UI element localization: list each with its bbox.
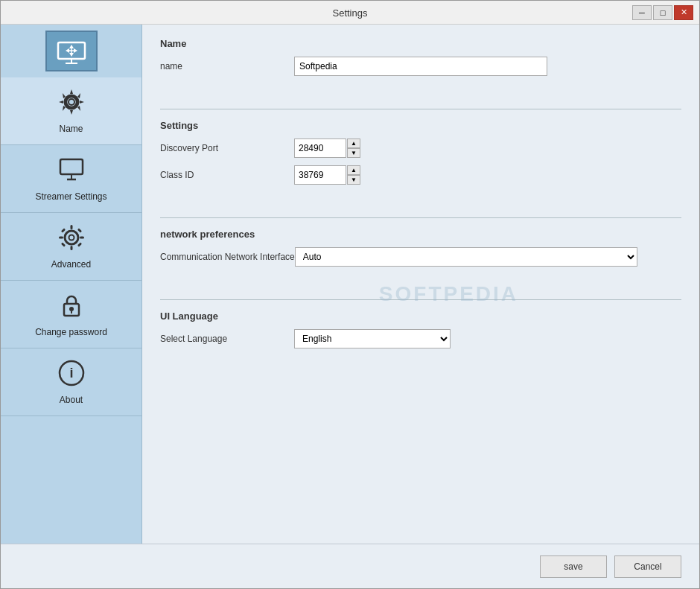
svg-rect-28 <box>77 242 81 246</box>
gear-icon <box>57 88 86 121</box>
sidebar-item-about[interactable]: i About <box>1 348 141 416</box>
comm-network-row: Communication Network Interface Auto eth… <box>160 247 681 267</box>
class-id-spinner: ▲ ▼ <box>294 165 360 185</box>
sidebar-item-change-password-label: Change password <box>35 327 107 337</box>
class-id-down[interactable]: ▼ <box>347 175 360 185</box>
svg-text:i: i <box>69 366 73 381</box>
discovery-port-down[interactable]: ▼ <box>347 148 360 158</box>
name-section: Name name <box>160 38 681 83</box>
language-row: Select Language English French German Sp… <box>160 329 681 348</box>
svg-marker-6 <box>69 45 74 48</box>
ui-language-section: UI Language Select Language English Fren… <box>160 311 681 356</box>
sidebar-item-streamer-label: Streamer Settings <box>35 191 106 202</box>
close-button[interactable]: ✕ <box>674 5 693 20</box>
svg-point-13 <box>69 100 74 104</box>
svg-marker-9 <box>74 48 77 53</box>
class-id-spinner-buttons: ▲ ▼ <box>347 165 360 185</box>
window-title: Settings <box>333 7 368 19</box>
settings-section: Settings Discovery Port ▲ ▼ Class ID <box>160 120 681 192</box>
sidebar-logo <box>45 31 98 71</box>
svg-rect-23 <box>59 237 63 239</box>
discovery-port-label: Discovery Port <box>160 143 294 153</box>
minimize-button[interactable]: ─ <box>632 5 652 20</box>
svg-marker-7 <box>69 53 74 57</box>
cancel-button[interactable]: Cancel <box>614 555 681 578</box>
name-field-row: name <box>160 57 681 76</box>
class-id-row: Class ID ▲ ▼ <box>160 165 681 185</box>
svg-rect-27 <box>60 242 65 246</box>
main-panel: SOFTPEDIA Name name Settings Discovery P… <box>142 25 699 544</box>
svg-rect-24 <box>80 237 84 239</box>
title-bar: Settings ─ □ ✕ <box>1 1 699 25</box>
discovery-port-up[interactable]: ▲ <box>347 139 360 148</box>
comm-network-select[interactable]: Auto eth0 eth1 wlan0 <box>295 247 637 267</box>
sidebar-item-name-label: Name <box>59 124 83 134</box>
name-input[interactable] <box>294 57 547 76</box>
network-section-title: network preferences <box>160 229 681 240</box>
svg-rect-14 <box>60 159 83 174</box>
title-bar-drag: Settings <box>1 1 699 25</box>
sidebar: Name Streamer Settings <box>1 25 142 544</box>
sidebar-item-streamer-settings[interactable]: Streamer Settings <box>1 145 141 213</box>
monitor-icon <box>57 156 86 188</box>
divider-3 <box>160 299 681 300</box>
network-section: network preferences Communication Networ… <box>160 229 681 274</box>
class-id-label: Class ID <box>160 170 294 180</box>
discovery-port-spinner-buttons: ▲ ▼ <box>347 139 360 158</box>
logo-icon <box>57 38 86 65</box>
divider-1 <box>160 109 681 109</box>
maximize-button[interactable]: □ <box>653 5 672 20</box>
divider-2 <box>160 217 681 218</box>
class-id-input[interactable] <box>294 165 346 185</box>
name-section-title: Name <box>160 38 681 49</box>
svg-point-20 <box>69 236 73 240</box>
footer: save Cancel <box>1 544 699 588</box>
watermark: SOFTPEDIA <box>379 281 518 305</box>
discovery-port-spinner: ▲ ▼ <box>294 139 360 158</box>
sidebar-item-about-label: About <box>60 395 83 405</box>
discovery-port-row: Discovery Port ▲ ▼ <box>160 139 681 158</box>
ui-language-title: UI Language <box>160 311 681 322</box>
sidebar-item-name[interactable]: Name <box>1 77 141 145</box>
window-controls: ─ □ ✕ <box>632 5 693 20</box>
save-button[interactable]: save <box>540 555 607 578</box>
sidebar-item-change-password[interactable]: Change password <box>1 281 141 348</box>
name-field-label: name <box>160 61 294 71</box>
svg-rect-22 <box>70 246 72 250</box>
comm-network-label: Communication Network Interface <box>160 252 295 262</box>
svg-point-30 <box>69 307 74 311</box>
svg-rect-21 <box>70 225 72 229</box>
sidebar-item-advanced-label: Advanced <box>51 259 91 270</box>
sidebar-item-advanced[interactable]: Advanced <box>1 213 141 281</box>
settings-window: Settings ─ □ ✕ <box>0 0 700 589</box>
discovery-port-input[interactable] <box>294 139 346 158</box>
language-select[interactable]: English French German Spanish Italian <box>294 329 451 348</box>
advanced-gear-icon <box>57 223 86 256</box>
svg-rect-25 <box>60 228 65 232</box>
settings-section-title: Settings <box>160 120 681 131</box>
language-label: Select Language <box>160 334 294 344</box>
info-icon: i <box>57 359 86 392</box>
lock-icon <box>57 291 86 324</box>
svg-rect-26 <box>77 228 81 232</box>
class-id-up[interactable]: ▲ <box>347 165 360 175</box>
svg-marker-8 <box>66 48 69 53</box>
content-area: Name Streamer Settings <box>1 25 699 544</box>
